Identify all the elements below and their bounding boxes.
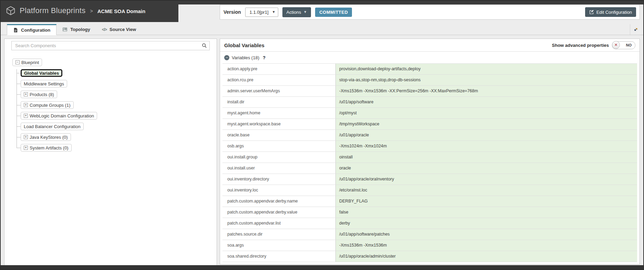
tab-source-view[interactable]: </> Source View (96, 24, 142, 35)
variable-value: /tmp/mystWorkspace (335, 119, 637, 129)
tree-node[interactable]: + Compute Groups (1) (21, 101, 74, 109)
tree-row: + Java KeyStores (0) (17, 133, 217, 141)
variable-name: action.apply.pre (222, 64, 335, 74)
document-icon (13, 28, 18, 33)
tree-row: + Compute Groups (1) (17, 101, 217, 109)
tree-node-label: Products (8) (30, 92, 54, 97)
version-select[interactable]: 1.1.0[pr1] ▼ (245, 8, 278, 17)
tree-node-label: Load Balancer Configuration (24, 124, 81, 129)
breadcrumb-separator: > (90, 8, 93, 14)
search-input[interactable] (11, 41, 210, 50)
help-icon[interactable]: ? (263, 55, 266, 60)
variable-name: install.dir (222, 97, 335, 107)
variable-value: false (335, 207, 637, 218)
variable-value: /etc/oraInst.loc (335, 185, 637, 196)
version-toolbar: Version 1.1.0[pr1] ▼ Actions ▼ COMMITTED… (220, 4, 640, 20)
tree-node[interactable]: Global Variables (21, 69, 62, 77)
table-row: install.dir /u01/app/software (222, 97, 637, 108)
fullscreen-expand-button[interactable] (630, 24, 641, 35)
edit-pencil-icon (589, 10, 594, 14)
table-row: oracle.base /u01/app/oracle (222, 130, 637, 141)
tree-node[interactable]: Middleware Settings (21, 80, 67, 87)
table-row: patches.source.dir /u01/app/software/pat… (222, 229, 637, 240)
advanced-properties-control: Show advanced properties ✕ NO (552, 41, 635, 49)
variable-value: -Xms1536m -Xmx1536m (335, 240, 637, 251)
tree-row: Middleware Settings (17, 80, 217, 87)
tree-node-blueprint[interactable]: − Blueprint (12, 59, 42, 66)
edit-configuration-label: Edit Configuration (596, 10, 632, 15)
status-badge: COMMITTED (315, 8, 352, 17)
actions-button[interactable]: Actions ▼ (282, 7, 311, 17)
tree-node[interactable]: + Java KeyStores (0) (21, 133, 71, 141)
variable-name: oracle.base (222, 130, 335, 141)
tree-node[interactable]: + WebLogic Domain Configuration (21, 112, 97, 120)
tree-node-label: Middleware Settings (24, 81, 64, 86)
version-value: 1.1.0[pr1] (250, 10, 269, 15)
table-row: soa.args -Xms1536m -Xmx1536m (222, 240, 637, 251)
variables-section-label: Variables (18) (232, 55, 259, 60)
advanced-properties-toggle[interactable]: ✕ NO (612, 41, 635, 49)
expand-arrows-icon (633, 27, 639, 32)
image-icon (62, 27, 67, 32)
version-label: Version (224, 9, 241, 15)
expand-node-icon[interactable]: + (24, 103, 28, 107)
table-row: oui.inventory.loc /etc/oraInst.loc (222, 185, 637, 196)
caret-down-icon: ▼ (272, 10, 276, 14)
edit-configuration-button[interactable]: Edit Configuration (585, 7, 636, 17)
expand-node-icon[interactable]: + (24, 146, 28, 150)
table-row: oui.inventory.directory /u01/app/oracle/… (222, 174, 637, 185)
collapse-node-icon[interactable]: − (15, 60, 20, 64)
variable-name: patches.source.dir (222, 229, 335, 240)
tree-node[interactable]: + Products (8) (21, 91, 57, 98)
tree-node[interactable]: Load Balancer Configuration (21, 123, 84, 130)
variable-value: -Xms1024m -Xmx1024m (335, 141, 637, 152)
variable-value: stop-via-as,stop-nm,stop,drop-db-session… (335, 75, 637, 85)
breadcrumb: Platform Blueprints > ACME SOA Domain (6, 6, 145, 16)
variable-name: patch.custom.appendvar.derby.name (222, 196, 335, 207)
app-title: Platform Blueprints (20, 6, 86, 15)
table-row: action.rcu.pre stop-via-as,stop-nm,stop,… (222, 75, 637, 86)
table-row: patch.custom.appendvar.derby.name DERBY_… (222, 196, 637, 207)
variable-name: patch.custom.appendvar.list (222, 218, 335, 229)
app-window: Platform Blueprints > ACME SOA Domain Ve… (0, 0, 644, 270)
search-icon (202, 43, 207, 48)
tree-row: + WebLogic Domain Configuration (17, 112, 217, 120)
variable-value: /u01/app/software (335, 97, 637, 107)
caret-down-icon: ▼ (303, 10, 307, 14)
expand-node-icon[interactable]: + (24, 92, 28, 96)
table-row: admin.server.userMemArgs -Xms1536m -Xmx1… (222, 86, 637, 97)
variable-value: DERBY_FLAG (335, 196, 637, 207)
variable-name: soa.args (222, 240, 335, 251)
tree-node[interactable]: + System Artifacts (0) (21, 144, 72, 152)
search-box (11, 41, 210, 50)
variable-name: patch.custom.appendvar.derby.value (222, 207, 335, 218)
variable-name: osb.args (222, 141, 335, 152)
code-icon: </> (102, 27, 107, 32)
variable-value: -Xms1536m -Xmx1536m -XX:PermSize=256m -X… (335, 86, 637, 96)
variables-table: action.apply.pre provision,download-depl… (222, 63, 637, 262)
tab-configuration[interactable]: Configuration (7, 24, 56, 35)
variable-name: admin.server.userMemArgs (222, 86, 335, 96)
panel-title: Global Variables (224, 42, 264, 48)
tree-node-label: Global Variables (24, 71, 59, 76)
tree-node-label: System Artifacts (0) (30, 145, 69, 150)
tab-topology[interactable]: Topology (56, 24, 96, 35)
variable-value: /u01/app/oracle (335, 130, 637, 141)
component-tree: − Blueprint Global Variables Middleware … (12, 59, 217, 152)
tree-node-label: Blueprint (21, 60, 39, 65)
bottom-taskbar (1, 265, 643, 269)
tab-configuration-label: Configuration (21, 28, 50, 33)
global-variables-panel: Global Variables Show advanced propertie… (220, 39, 640, 264)
table-row: patch.custom.appendvar.derby.value false (222, 207, 637, 218)
actions-button-label: Actions (287, 10, 301, 15)
variable-name: myst.agent.home (222, 108, 335, 118)
tree-row: Load Balancer Configuration (17, 123, 217, 130)
variable-value: oracle (335, 163, 637, 174)
expand-node-icon[interactable]: + (24, 114, 28, 118)
tree-row: + Products (8) (17, 91, 217, 98)
variable-name: oui.install.group (222, 152, 335, 163)
table-row: patch.custom.appendvar.list derby (222, 218, 637, 229)
component-tree-panel: − Blueprint Global Variables Middleware … (4, 39, 217, 267)
collapse-section-icon[interactable]: − (224, 55, 229, 60)
expand-node-icon[interactable]: + (24, 135, 28, 139)
